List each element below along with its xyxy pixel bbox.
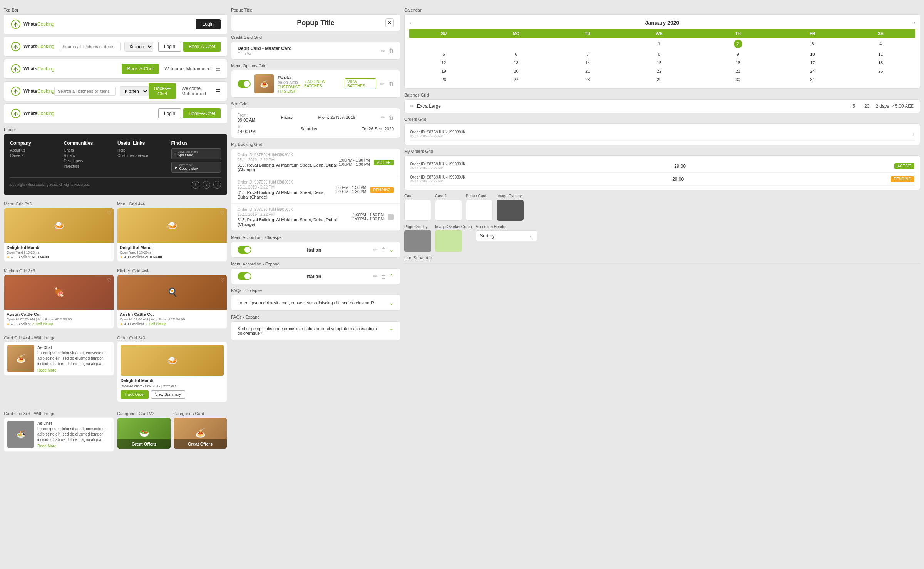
cal-cell[interactable]: 8: [621, 50, 697, 58]
app-store-button[interactable]:  Download on the App Store: [171, 148, 221, 159]
cal-cell[interactable]: 10: [779, 50, 846, 58]
track-order-btn[interactable]: Track Order: [121, 390, 149, 399]
login-button-1[interactable]: Login: [196, 19, 221, 29]
cal-cell[interactable]: 25: [846, 67, 915, 75]
cal-cell[interactable]: 29: [621, 75, 697, 84]
favorite-icon-1[interactable]: ♡: [107, 210, 111, 216]
order-row-right-1[interactable]: Order ID: 987B9JHUkH99080JK 25.11.2019 -…: [410, 128, 914, 141]
kitchen-fav-1[interactable]: ♡: [107, 277, 111, 283]
cal-cell[interactable]: [478, 38, 554, 50]
accordion-toggle-1[interactable]: [238, 246, 251, 254]
twitter-icon[interactable]: t: [203, 181, 210, 189]
cal-cell[interactable]: [846, 75, 915, 84]
login-button-2[interactable]: Login: [158, 42, 181, 52]
search-input-1[interactable]: [59, 42, 121, 51]
menu-opt-edit-icon[interactable]: ✏: [380, 81, 385, 87]
slot-edit-icon[interactable]: ✏: [381, 114, 385, 120]
book-button-4[interactable]: Book-A-Chef: [149, 83, 176, 99]
instagram-icon[interactable]: in: [213, 181, 221, 189]
read-more-2[interactable]: Read More: [37, 444, 110, 448]
cal-cell[interactable]: 5: [409, 50, 478, 58]
cal-cell[interactable]: 13: [478, 58, 554, 67]
footer-link-riders[interactable]: Riders: [64, 154, 114, 158]
footer-label: Footer: [4, 127, 227, 132]
footer-link-investors[interactable]: Investors: [64, 164, 114, 169]
search-input-4[interactable]: [54, 87, 116, 96]
order-chevron-1[interactable]: ›: [912, 131, 914, 137]
footer-link-careers[interactable]: Careers: [10, 154, 60, 158]
popup-section: Popup Title ✕: [231, 14, 400, 31]
cal-cell[interactable]: [554, 38, 621, 50]
kitchen-select-4[interactable]: Kitchen: [120, 86, 149, 96]
popup-close-button[interactable]: ✕: [385, 18, 394, 27]
cal-next-button[interactable]: ›: [913, 19, 915, 26]
favorite-icon-2[interactable]: ♡: [220, 210, 224, 216]
facebook-icon[interactable]: f: [192, 181, 199, 189]
footer-link-about[interactable]: About us: [10, 148, 60, 152]
footer-link-customer[interactable]: Customer Service: [117, 154, 167, 158]
cal-cell[interactable]: 1: [621, 38, 697, 50]
cal-cell[interactable]: 31: [779, 75, 846, 84]
cal-cell[interactable]: 14: [554, 58, 621, 67]
cal-cell[interactable]: 9: [697, 50, 779, 58]
acc2-chevron-up[interactable]: ⌃: [389, 273, 394, 279]
cal-cell[interactable]: 28: [554, 75, 621, 84]
acc1-delete-icon[interactable]: 🗑: [381, 247, 386, 253]
cal-cell[interactable]: 15: [621, 58, 697, 67]
acc2-edit-icon[interactable]: ✏: [373, 273, 378, 279]
accordion-toggle-2[interactable]: [238, 272, 251, 280]
book-button-3[interactable]: Book-A-Chef: [122, 64, 159, 74]
kitchen-fav-2[interactable]: ♡: [220, 277, 224, 283]
footer-link-chefs[interactable]: Chefs: [64, 148, 114, 152]
acc1-edit-icon[interactable]: ✏: [373, 247, 378, 253]
menu-toggle[interactable]: [238, 80, 251, 88]
read-more-1[interactable]: Read More: [37, 368, 110, 372]
faq-collapse-chevron[interactable]: ⌄: [389, 300, 394, 306]
cal-cell[interactable]: 20: [478, 67, 554, 75]
acc2-delete-icon[interactable]: 🗑: [381, 273, 386, 279]
cal-cell[interactable]: 7: [554, 50, 621, 58]
hamburger-3[interactable]: ☰: [215, 65, 221, 73]
cal-cell[interactable]: 4: [846, 38, 915, 50]
cal-cell[interactable]: 6: [478, 50, 554, 58]
book-button-2[interactable]: Book-A-Chef: [183, 42, 221, 52]
cal-cell[interactable]: 27: [478, 75, 554, 84]
view-summary-btn[interactable]: View Summary: [151, 390, 185, 399]
hamburger-4[interactable]: ☰: [215, 88, 221, 95]
acc1-chevron-down[interactable]: ⌄: [389, 247, 394, 253]
cal-cell[interactable]: 19: [409, 67, 478, 75]
cc-delete-icon[interactable]: 🗑: [388, 48, 394, 54]
cal-cell[interactable]: [409, 38, 478, 50]
cal-cell[interactable]: 17: [779, 58, 846, 67]
view-batch-button[interactable]: VIEW BATCHES: [345, 78, 376, 89]
cal-cell[interactable]: 24: [779, 67, 846, 75]
faq-expand-chevron[interactable]: ⌃: [389, 328, 394, 334]
cal-cell-today[interactable]: 2: [697, 38, 779, 50]
cal-cell[interactable]: 21: [554, 67, 621, 75]
footer-link-help[interactable]: Help: [117, 148, 167, 152]
cal-cell[interactable]: 26: [409, 75, 478, 84]
menu-opt-customize[interactable]: CUSTOMISE THIS DISH: [278, 85, 300, 93]
batch-edit-icon[interactable]: ✏: [410, 103, 414, 109]
book-button-5[interactable]: Book-A-Chef: [183, 108, 221, 118]
cc-edit-icon[interactable]: ✏: [381, 48, 385, 54]
cal-prev-button[interactable]: ‹: [409, 19, 411, 26]
kitchen-select-1[interactable]: Kitchen: [124, 42, 153, 52]
menu-opt-delete-icon[interactable]: 🗑: [388, 81, 394, 87]
cal-cell[interactable]: 11: [846, 50, 915, 58]
sort-by-box[interactable]: Sort by ⌄: [476, 230, 537, 241]
cal-cell[interactable]: 23: [697, 67, 779, 75]
categories-card-v2: 🥗 Great Offers: [117, 417, 171, 449]
cal-cell[interactable]: 18: [846, 58, 915, 67]
cal-cell[interactable]: 22: [621, 67, 697, 75]
google-play-button[interactable]: ▶ GET IT ON Google play: [171, 162, 221, 173]
cal-cell[interactable]: 12: [409, 58, 478, 67]
cal-cell[interactable]: 16: [697, 58, 779, 67]
slot-delete-icon[interactable]: 🗑: [388, 114, 394, 120]
footer-link-developers[interactable]: Developers: [64, 159, 114, 163]
cal-cell[interactable]: 3: [779, 38, 846, 50]
cal-cell[interactable]: 30: [697, 75, 779, 84]
add-batch-button[interactable]: + ADD NEW BATCHES: [304, 80, 341, 88]
login-button-5[interactable]: Login: [158, 108, 181, 118]
categories-card-label: Categories Card: [173, 411, 227, 416]
